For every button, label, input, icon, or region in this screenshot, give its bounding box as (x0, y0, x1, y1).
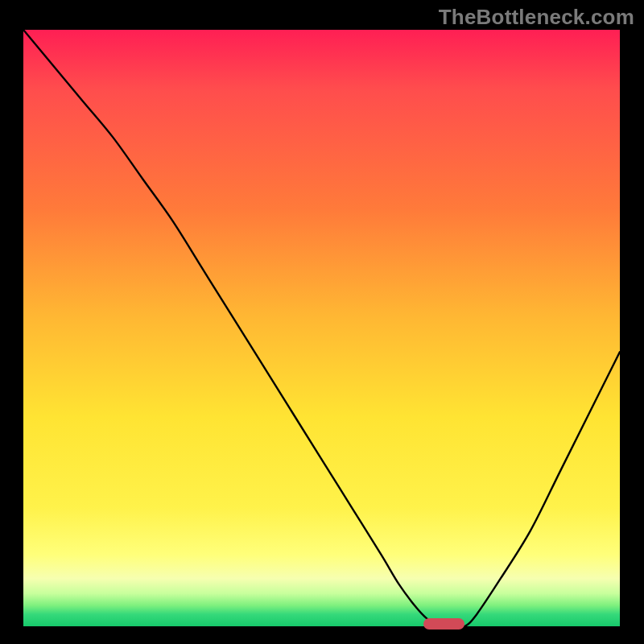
watermark-text: TheBottleneck.com (439, 5, 634, 30)
bottleneck-curve-line (23, 30, 620, 626)
optimal-range-marker (423, 618, 465, 630)
chart-root: TheBottleneck.com (0, 0, 644, 644)
chart-svg-layer (23, 30, 620, 626)
